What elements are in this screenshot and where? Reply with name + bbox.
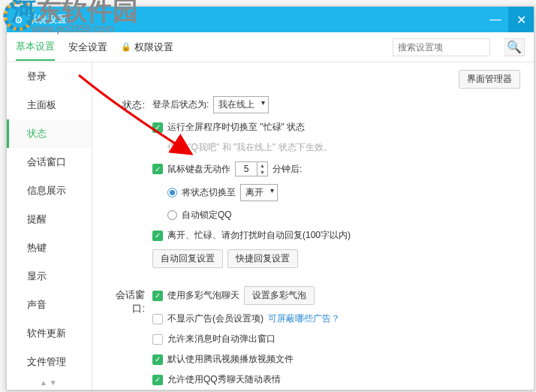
autoreply-label: 离开、忙碌、请勿打扰时自动回复(100字以内) [167, 229, 351, 242]
popup-label: 允许来消息时自动弹出窗口 [167, 333, 276, 345]
ui-manager-button[interactable]: 界面管理器 [459, 70, 520, 89]
idle-minutes-spinner[interactable]: 5 ▲▼ [235, 161, 268, 176]
fullscreen-label: 运行全屏程序时切换至 "忙碌" 状态 [167, 121, 305, 134]
gear-icon: ⚙ [14, 14, 23, 26]
quickreply-settings-button[interactable]: 快捷回复设置 [227, 249, 298, 268]
search-input[interactable] [393, 38, 490, 56]
fullscreen-hint: 仅在 "Q我吧" 和 "我在线上" 状态下生效。 [167, 141, 520, 154]
video-label: 默认使用腾讯视频播放视频文件 [167, 353, 294, 366]
emoji-label: 允许使用QQ秀聊天随动表情 [167, 373, 281, 386]
color-bubble-checkbox[interactable]: ✓ [152, 291, 163, 301]
video-checkbox[interactable]: ✓ [152, 354, 163, 365]
tab-permission[interactable]: 🔒 权限设置 [121, 35, 173, 60]
no-ads-link[interactable]: 可屏蔽哪些广告？ [268, 312, 340, 325]
idle-checkbox[interactable]: ✓ [152, 164, 163, 174]
radio-switch-status[interactable] [167, 188, 177, 198]
color-bubble-button[interactable]: 设置多彩气泡 [244, 286, 315, 305]
search-icon: 🔍 [507, 40, 522, 54]
no-ads-label: 不显示广告(会员设置项) [167, 312, 263, 325]
sidebar-item-remind[interactable]: 提醒 [7, 205, 92, 234]
emoji-checkbox[interactable]: ✓ [152, 375, 163, 385]
sidebar-scroll[interactable]: ▲ ▼ [40, 378, 57, 387]
sidebar-item-info[interactable]: 信息展示 [7, 176, 92, 205]
sidebar-item-chatwindow[interactable]: 会话窗口 [7, 148, 92, 176]
idle-prefix: 鼠标键盘无动作 [167, 163, 230, 176]
login-status-text: 登录后状态为: [152, 98, 209, 111]
chat-section-label: 会话窗口: [106, 286, 152, 315]
window-title: ⚙ 系统设置 [14, 13, 67, 26]
autoreply-settings-button[interactable]: 自动回复设置 [152, 249, 223, 268]
search-button[interactable]: 🔍 [504, 38, 525, 56]
idle-value[interactable]: 5 [236, 164, 257, 174]
sidebar-item-mainpanel[interactable]: 主面板 [7, 91, 92, 119]
idle-suffix: 分钟后: [273, 163, 302, 176]
sidebar-item-sound[interactable]: 声音 [7, 291, 92, 319]
color-bubble-label: 使用多彩气泡聊天 [167, 289, 239, 302]
tab-basic[interactable]: 基本设置 [16, 34, 55, 61]
sidebar-item-status[interactable]: 状态 [7, 119, 92, 148]
tab-security[interactable]: 安全设置 [68, 35, 107, 60]
fullscreen-checkbox[interactable]: ✓ [152, 122, 163, 133]
sidebar-item-update[interactable]: 软件更新 [7, 319, 92, 348]
close-button[interactable]: ✕ [508, 7, 534, 32]
login-status-select[interactable]: 我在线上 [213, 96, 269, 113]
radio-lock-label: 自动锁定QQ [182, 209, 232, 222]
radio-lock-qq[interactable] [167, 210, 177, 220]
radio-switch-label: 将状态切换至 [182, 186, 236, 199]
sidebar-item-login[interactable]: 登录 [7, 62, 92, 91]
lock-icon: 🔒 [121, 42, 131, 52]
away-select[interactable]: 离开 [240, 184, 278, 201]
spinner-down-icon[interactable]: ▼ [257, 169, 267, 176]
popup-checkbox[interactable] [152, 334, 163, 345]
sidebar-item-display[interactable]: 显示 [7, 262, 92, 291]
status-section-label: 状态: [106, 96, 152, 112]
sidebar-item-hotkey[interactable]: 热键 [7, 234, 92, 262]
no-ads-checkbox[interactable] [152, 314, 163, 324]
minimize-button[interactable]: — [483, 7, 508, 32]
sidebar-item-file[interactable]: 文件管理 [7, 348, 92, 376]
spinner-up-icon[interactable]: ▲ [257, 162, 267, 169]
autoreply-checkbox[interactable]: ✓ [152, 231, 163, 241]
